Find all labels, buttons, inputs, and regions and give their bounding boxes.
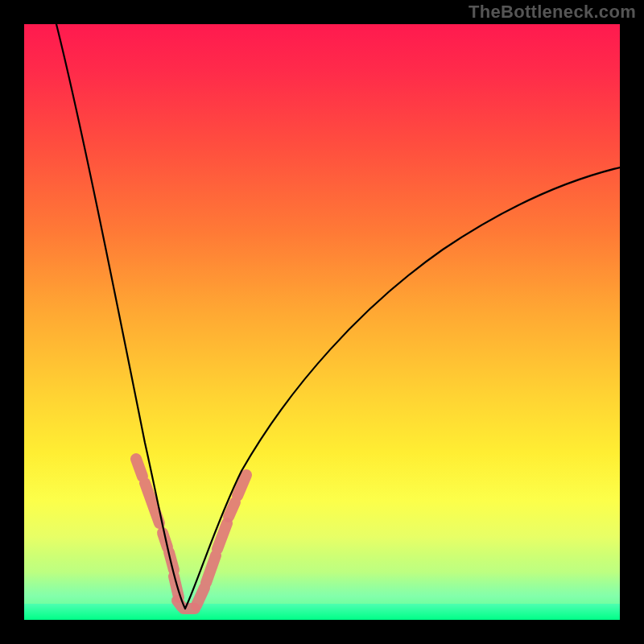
watermark-text: TheBottleneck.com <box>469 2 636 23</box>
curve-left-branch <box>56 24 185 609</box>
plot-area <box>24 24 620 620</box>
chart-frame: TheBottleneck.com <box>0 0 644 644</box>
bottleneck-curve <box>24 24 620 620</box>
curve-right-branch <box>185 167 620 609</box>
highlight-left-lower <box>163 533 179 597</box>
highlight-right-lower <box>196 523 227 605</box>
